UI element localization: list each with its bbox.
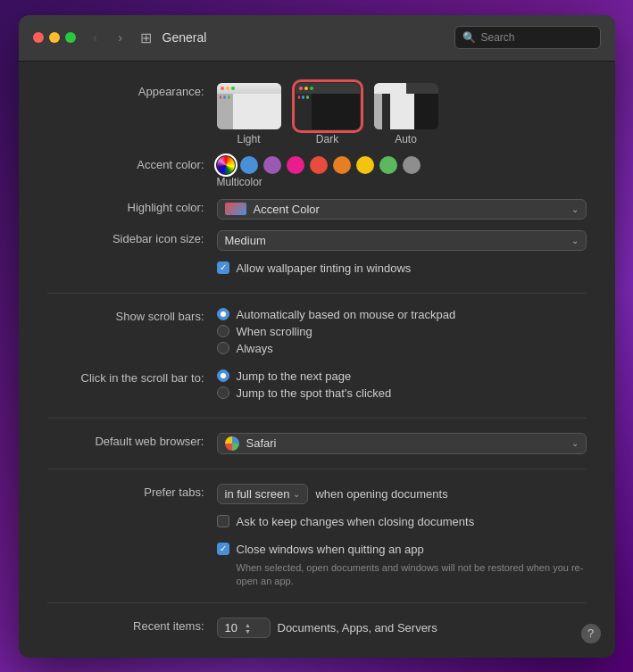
scroll-auto-radio[interactable] bbox=[217, 308, 229, 320]
auto-thumb[interactable] bbox=[374, 83, 438, 129]
highlight-color-control: Accent Color ⌄ bbox=[217, 199, 587, 220]
sidebar-icon-size-value: Medium bbox=[225, 234, 266, 247]
stepper-arrows: ▲ ▼ bbox=[245, 622, 251, 635]
light-thumb[interactable] bbox=[217, 83, 281, 129]
recent-items-value: 10 bbox=[225, 621, 237, 635]
highlight-dropdown-arrow: ⌄ bbox=[571, 204, 579, 214]
recent-items-control: 10 ▲ ▼ Documents, Apps, and Servers bbox=[217, 618, 587, 638]
spot-clicked-radio-row: Jump to the spot that's clicked bbox=[217, 386, 587, 400]
appearance-control: Light bbox=[217, 83, 587, 145]
ask-keep-checkbox[interactable] bbox=[217, 515, 229, 527]
close-button[interactable] bbox=[33, 32, 44, 43]
click-scroll-label: Click in the scroll bar to: bbox=[47, 369, 217, 385]
accent-red[interactable] bbox=[310, 156, 328, 174]
ask-keep-row: Ask to keep changes when closing documen… bbox=[47, 515, 587, 532]
browser-dropdown[interactable]: Safari ⌄ bbox=[217, 433, 587, 454]
dark-thumb[interactable] bbox=[296, 83, 360, 129]
grid-icon: ⊞ bbox=[140, 29, 152, 46]
recent-items-stepper[interactable]: 10 ▲ ▼ bbox=[217, 618, 271, 638]
prefer-tabs-dropdown[interactable]: in full screen ⌄ bbox=[217, 484, 309, 504]
sidebar-icon-size-control: Medium ⌄ bbox=[217, 230, 587, 251]
accent-green[interactable] bbox=[379, 156, 397, 174]
forward-button[interactable]: › bbox=[112, 29, 129, 46]
appearance-auto[interactable]: Auto bbox=[374, 83, 438, 145]
minimize-button[interactable] bbox=[49, 32, 60, 43]
scroll-always-label: Always bbox=[237, 342, 273, 355]
scroll-always-radio[interactable] bbox=[217, 342, 229, 354]
accent-multicolor[interactable] bbox=[217, 156, 235, 174]
highlight-color-label: Highlight color: bbox=[47, 199, 217, 214]
close-windows-hint: When selected, open documents and window… bbox=[217, 561, 587, 589]
appearance-light[interactable]: Light bbox=[217, 83, 281, 145]
click-scroll-row: Click in the scroll bar to: Jump to the … bbox=[47, 369, 587, 403]
appearance-row: Appearance: bbox=[47, 83, 587, 145]
next-page-radio-row: Jump to the next page bbox=[217, 369, 587, 383]
appearance-options: Light bbox=[217, 83, 587, 145]
click-scroll-control: Jump to the next page Jump to the spot t… bbox=[217, 369, 587, 403]
close-windows-checkbox[interactable]: ✓ bbox=[217, 543, 229, 555]
scroll-scrolling-label: When scrolling bbox=[237, 325, 312, 338]
prefer-tabs-value: in full screen bbox=[225, 487, 290, 501]
safari-icon bbox=[225, 436, 239, 451]
browser-row: Default web browser: Safari ⌄ bbox=[47, 433, 587, 454]
help-button[interactable]: ? bbox=[581, 624, 601, 643]
accent-colors bbox=[217, 156, 421, 174]
prefer-tabs-control: in full screen ⌄ when opening documents bbox=[217, 484, 587, 504]
scroll-scrolling-radio[interactable] bbox=[217, 325, 229, 337]
accent-color-row: Accent color: Multicolor bbox=[47, 156, 587, 188]
ask-keep-checkbox-row: Ask to keep changes when closing documen… bbox=[217, 515, 587, 528]
wallpaper-checkbox[interactable]: ✓ bbox=[217, 261, 229, 274]
back-button[interactable]: ‹ bbox=[87, 29, 104, 46]
wallpaper-checkbox-label: Allow wallpaper tinting in windows bbox=[237, 261, 412, 275]
accent-color-control: Multicolor bbox=[217, 156, 587, 188]
highlight-color-icon bbox=[225, 203, 246, 215]
dark-label: Dark bbox=[316, 133, 338, 145]
accent-purple[interactable] bbox=[263, 156, 281, 174]
close-windows-label-empty bbox=[47, 543, 217, 544]
scroll-auto-radio-row: Automatically based on mouse or trackpad bbox=[217, 308, 587, 321]
scroll-always-radio-row: Always bbox=[217, 342, 587, 355]
prefer-tabs-label: Prefer tabs: bbox=[47, 484, 217, 499]
radio-dot bbox=[221, 311, 226, 317]
spot-clicked-radio[interactable] bbox=[217, 386, 229, 399]
search-bar[interactable]: 🔍 Search bbox=[454, 26, 601, 49]
auto-label: Auto bbox=[395, 133, 417, 145]
recent-items-inline: 10 ▲ ▼ Documents, Apps, and Servers bbox=[217, 618, 587, 638]
highlight-color-dropdown[interactable]: Accent Color ⌄ bbox=[217, 199, 587, 220]
appearance-dark[interactable]: Dark bbox=[296, 83, 360, 145]
ask-keep-label-empty bbox=[47, 515, 217, 517]
wallpaper-checkbox-row: ✓ Allow wallpaper tinting in windows bbox=[217, 261, 587, 275]
close-windows-control: ✓ Close windows when quitting an app Whe… bbox=[217, 543, 587, 589]
search-placeholder: Search bbox=[481, 31, 515, 44]
wallpaper-row: ✓ Allow wallpaper tinting in windows bbox=[47, 261, 587, 278]
divider-3 bbox=[47, 469, 587, 469]
close-windows-label: Close windows when quitting an app bbox=[237, 543, 424, 556]
content-area: Appearance: bbox=[19, 62, 615, 658]
stepper-down-arrow: ▼ bbox=[245, 628, 251, 635]
browser-control: Safari ⌄ bbox=[217, 433, 587, 454]
accent-graphite[interactable] bbox=[403, 156, 421, 174]
divider-4 bbox=[47, 602, 587, 603]
appearance-label: Appearance: bbox=[47, 83, 217, 98]
close-windows-checkbox-row: ✓ Close windows when quitting an app bbox=[217, 543, 587, 556]
sidebar-size-dropdown-arrow: ⌄ bbox=[571, 236, 579, 245]
wallpaper-control: ✓ Allow wallpaper tinting in windows bbox=[217, 261, 587, 278]
accent-orange[interactable] bbox=[333, 156, 351, 174]
checkmark-icon-2: ✓ bbox=[220, 544, 227, 553]
recent-items-after: Documents, Apps, and Servers bbox=[278, 621, 437, 635]
traffic-lights bbox=[33, 32, 76, 43]
ask-keep-label: Ask to keep changes when closing documen… bbox=[237, 515, 475, 528]
divider-1 bbox=[47, 293, 587, 294]
maximize-button[interactable] bbox=[65, 32, 76, 43]
sidebar-icon-size-label: Sidebar icon size: bbox=[47, 230, 217, 245]
accent-pink[interactable] bbox=[287, 156, 304, 174]
sidebar-icon-size-dropdown[interactable]: Medium ⌄ bbox=[217, 230, 587, 251]
accent-blue[interactable] bbox=[240, 156, 258, 174]
next-page-radio[interactable] bbox=[217, 369, 229, 382]
settings-window: ‹ › ⊞ General 🔍 Search Appearance: bbox=[19, 15, 615, 658]
prefer-tabs-after: when opening documents bbox=[315, 487, 447, 501]
highlight-color-value: Accent Color bbox=[254, 203, 320, 216]
accent-sublabel: Multicolor bbox=[217, 176, 262, 188]
accent-yellow[interactable] bbox=[356, 156, 374, 174]
prefer-tabs-row: Prefer tabs: in full screen ⌄ when openi… bbox=[47, 484, 587, 504]
